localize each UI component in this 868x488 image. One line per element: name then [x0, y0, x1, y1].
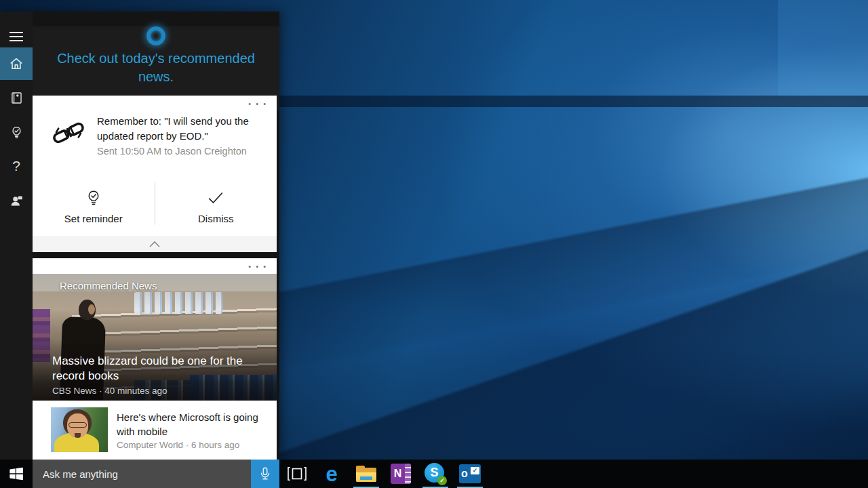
skype-icon: S ✓	[425, 463, 446, 485]
set-reminder-button[interactable]: Set reminder	[33, 179, 155, 235]
dismiss-button[interactable]: Dismiss	[155, 179, 277, 235]
feedback-icon	[9, 193, 24, 207]
recommended-news-label: Recommended News	[60, 280, 157, 291]
edge-button[interactable]: e	[316, 460, 347, 488]
news-card-menu-icon[interactable]: • • •	[248, 262, 267, 270]
dismiss-label: Dismiss	[198, 213, 234, 224]
news-card-top: • • •	[33, 258, 277, 274]
sidebar-item-home[interactable]	[0, 47, 33, 80]
help-icon: ?	[12, 158, 20, 174]
notebook-icon	[9, 91, 24, 105]
dismiss-check-icon	[206, 187, 225, 209]
story-headline: Massive blizzard could be one for the re…	[52, 354, 267, 383]
sidebar-item-feedback[interactable]	[0, 184, 33, 216]
story-thumbnail	[51, 407, 108, 452]
story-meta: Computer World · 6 hours ago	[117, 440, 267, 450]
reminder-card-menu-icon[interactable]: • • •	[248, 100, 267, 108]
reminder-bulb-icon	[9, 125, 24, 140]
reminder-title: Remember to: "I will send you the update…	[97, 114, 261, 143]
outlook-envelope: ✓	[471, 467, 479, 474]
news-story-row[interactable]: Here's where Microsoft is going with mob…	[33, 401, 277, 452]
home-icon	[9, 56, 24, 71]
taskbar-apps: e N S ✓ o	[281, 460, 486, 488]
start-button[interactable]	[0, 460, 33, 488]
taskbar: e N S ✓ o	[0, 460, 868, 488]
windows-logo-icon	[9, 466, 24, 481]
hamburger-menu-icon[interactable]	[0, 23, 33, 50]
sidebar-item-reminders[interactable]	[0, 116, 33, 148]
story-text-block: Here's where Microsoft is going with mob…	[117, 407, 267, 452]
set-reminder-label: Set reminder	[64, 213, 123, 224]
skype-status-badge: ✓	[437, 476, 447, 485]
chevron-up-icon	[149, 241, 160, 247]
reminder-body: Remember to: "I will send you the update…	[33, 96, 277, 158]
cortana-main: Check out today's recommended news. • • …	[33, 12, 279, 460]
file-explorer-button[interactable]	[351, 460, 382, 488]
microphone-icon	[258, 466, 273, 481]
outlook-icon: o ✓	[459, 464, 481, 483]
cortana-sidebar: ?	[0, 12, 33, 460]
microphone-button[interactable]	[251, 460, 279, 488]
handshake-icon	[50, 114, 87, 152]
collapse-card-button[interactable]	[33, 236, 277, 252]
edge-icon: e	[326, 464, 337, 485]
task-view-button[interactable]	[281, 460, 313, 488]
set-reminder-bulb-icon	[85, 187, 102, 209]
sidebar-item-notebook[interactable]	[0, 81, 33, 114]
task-view-icon	[287, 465, 307, 483]
cortana-greeting: Check out today's recommended news.	[33, 49, 279, 86]
file-explorer-icon	[356, 466, 376, 482]
search-input[interactable]	[33, 468, 251, 480]
onenote-button[interactable]: N	[385, 460, 416, 488]
outlook-button[interactable]: o ✓	[454, 460, 486, 488]
sidebar-item-help[interactable]: ?	[0, 150, 33, 182]
news-story-photo[interactable]: Recommended News Massive blizzard could …	[33, 274, 277, 401]
news-card: • • • Recommended News Massive blizzar	[33, 258, 277, 460]
cortana-logo-icon	[146, 26, 165, 45]
reminder-actions: Set reminder Dismiss	[33, 179, 277, 235]
reminder-card: • • • Remember to: "I	[33, 96, 277, 252]
story-meta: CBS News · 40 minutes ago	[52, 386, 267, 396]
thumb-glasses	[68, 422, 87, 428]
reminder-sent-info: Sent 10:50 AM to Jason Creighton	[97, 144, 261, 158]
story-headline: Here's where Microsoft is going with mob…	[117, 410, 267, 439]
onenote-icon: N	[391, 464, 411, 484]
cortana-panel: ? Check out today's recommended news. • …	[0, 12, 279, 460]
skype-button[interactable]: S ✓	[420, 460, 451, 488]
windows-desktop: ? Check out today's recommended news. • …	[0, 0, 868, 488]
photo-caption: Massive blizzard could be one for the re…	[52, 354, 267, 396]
cortana-search-box	[33, 460, 251, 488]
reminder-text-block: Remember to: "I will send you the update…	[97, 114, 261, 158]
thumb-goatee	[75, 433, 81, 438]
